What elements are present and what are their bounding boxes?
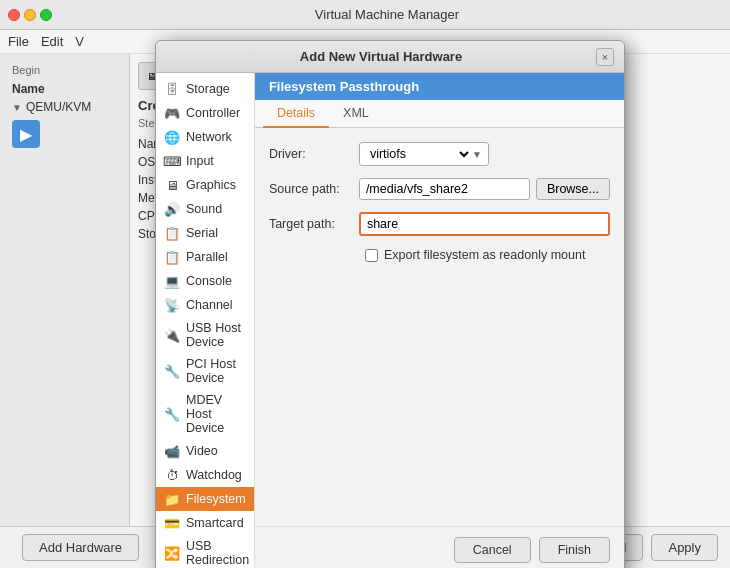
usb-host-icon: 🔌	[164, 327, 180, 343]
driver-row: Driver: virtiofs path handle ▼	[269, 142, 610, 166]
sidebar-item-watchdog-label: Watchdog	[186, 468, 242, 482]
tab-details[interactable]: Details	[263, 100, 329, 128]
tab-xml[interactable]: XML	[329, 100, 383, 128]
sidebar-item-network-label: Network	[186, 130, 232, 144]
close-icon: ×	[602, 51, 608, 63]
hardware-config-panel: Filesystem Passthrough Details XML Drive…	[255, 73, 624, 568]
parallel-icon: 📋	[164, 249, 180, 265]
panel-header: Filesystem Passthrough	[255, 73, 624, 100]
modal-body: 🗄 Storage 🎮 Controller 🌐 Network ⌨ Input…	[156, 73, 624, 568]
storage-icon: 🗄	[164, 81, 180, 97]
sidebar-item-watchdog[interactable]: ⏱ Watchdog	[156, 463, 254, 487]
sidebar-item-network[interactable]: 🌐 Network	[156, 125, 254, 149]
target-path-row: Target path:	[269, 212, 610, 236]
sidebar-item-usb-host[interactable]: 🔌 USB Host Device	[156, 317, 254, 353]
sidebar-item-smartcard[interactable]: 💳 Smartcard	[156, 511, 254, 535]
modal-finish-button[interactable]: Finish	[539, 537, 610, 563]
network-icon: 🌐	[164, 129, 180, 145]
panel-tabs: Details XML	[255, 100, 624, 128]
sidebar-item-filesystem[interactable]: 📁 Filesystem	[156, 487, 254, 511]
input-icon: ⌨	[164, 153, 180, 169]
panel-content: Driver: virtiofs path handle ▼	[255, 128, 624, 526]
sidebar-item-serial[interactable]: 📋 Serial	[156, 221, 254, 245]
sidebar-item-pci-host-label: PCI Host Device	[186, 357, 246, 385]
serial-icon: 📋	[164, 225, 180, 241]
sidebar-item-usb-redir[interactable]: 🔀 USB Redirection	[156, 535, 254, 568]
sidebar-item-console[interactable]: 💻 Console	[156, 269, 254, 293]
readonly-checkbox-row: Export filesystem as readonly mount	[365, 248, 610, 262]
source-path-row: Source path: Browse...	[269, 178, 610, 200]
graphics-icon: 🖥	[164, 177, 180, 193]
hardware-type-list: 🗄 Storage 🎮 Controller 🌐 Network ⌨ Input…	[156, 73, 255, 568]
driver-label: Driver:	[269, 147, 359, 161]
target-path-input[interactable]	[359, 212, 610, 236]
target-path-label: Target path:	[269, 217, 359, 231]
driver-select[interactable]: virtiofs path handle	[366, 146, 472, 162]
sidebar-item-input-label: Input	[186, 154, 214, 168]
channel-icon: 📡	[164, 297, 180, 313]
sidebar-item-parallel-label: Parallel	[186, 250, 228, 264]
sidebar-item-storage[interactable]: 🗄 Storage	[156, 77, 254, 101]
sidebar-item-console-label: Console	[186, 274, 232, 288]
sidebar-item-video-label: Video	[186, 444, 218, 458]
browse-button[interactable]: Browse...	[536, 178, 610, 200]
vm-name: QEMU/KVM	[26, 100, 91, 114]
pci-host-icon: 🔧	[164, 363, 180, 379]
bg-window-title: Virtual Machine Manager	[52, 7, 722, 22]
apply-button[interactable]: Apply	[651, 534, 718, 561]
name-label: Name	[4, 80, 125, 98]
menu-edit[interactable]: Edit	[41, 34, 63, 49]
begin-section: Begin	[4, 60, 125, 80]
chevron-down-icon: ▼	[472, 149, 482, 160]
sidebar-item-sound-label: Sound	[186, 202, 222, 216]
mdev-host-icon: 🔧	[164, 406, 180, 422]
sidebar-item-sound[interactable]: 🔊 Sound	[156, 197, 254, 221]
sidebar-item-filesystem-label: Filesystem	[186, 492, 246, 506]
target-path-control	[359, 212, 610, 236]
sidebar-item-channel[interactable]: 📡 Channel	[156, 293, 254, 317]
source-path-label: Source path:	[269, 182, 359, 196]
add-hardware-button[interactable]: Add Hardware	[22, 534, 139, 561]
add-hardware-dialog: Add New Virtual Hardware × 🗄 Storage 🎮 C…	[155, 40, 625, 568]
bg-titlebar: Virtual Machine Manager	[0, 0, 730, 30]
source-path-input[interactable]	[359, 178, 530, 200]
watchdog-icon: ⏱	[164, 467, 180, 483]
readonly-checkbox[interactable]	[365, 249, 378, 262]
sound-icon: 🔊	[164, 201, 180, 217]
filesystem-icon: 📁	[164, 491, 180, 507]
sidebar-item-parallel[interactable]: 📋 Parallel	[156, 245, 254, 269]
sidebar-item-mdev-host[interactable]: 🔧 MDEV Host Device	[156, 389, 254, 439]
modal-titlebar: Add New Virtual Hardware ×	[156, 41, 624, 73]
source-path-control: Browse...	[359, 178, 610, 200]
menu-file[interactable]: File	[8, 34, 29, 49]
sidebar-item-usb-host-label: USB Host Device	[186, 321, 246, 349]
sidebar-item-pci-host[interactable]: 🔧 PCI Host Device	[156, 353, 254, 389]
sidebar-item-video[interactable]: 📹 Video	[156, 439, 254, 463]
modal-title: Add New Virtual Hardware	[166, 49, 596, 64]
sidebar-item-serial-label: Serial	[186, 226, 218, 240]
console-icon: 💻	[164, 273, 180, 289]
smartcard-icon: 💳	[164, 515, 180, 531]
sidebar-item-graphics-label: Graphics	[186, 178, 236, 192]
modal-cancel-button[interactable]: Cancel	[454, 537, 531, 563]
sidebar-item-usb-redir-label: USB Redirection	[186, 539, 249, 567]
sidebar-item-storage-label: Storage	[186, 82, 230, 96]
sidebar-item-controller[interactable]: 🎮 Controller	[156, 101, 254, 125]
sidebar-item-graphics[interactable]: 🖥 Graphics	[156, 173, 254, 197]
modal-footer: Cancel Finish	[255, 526, 624, 568]
usb-redir-icon: 🔀	[164, 545, 180, 561]
sidebar-item-mdev-host-label: MDEV Host Device	[186, 393, 246, 435]
readonly-label: Export filesystem as readonly mount	[384, 248, 585, 262]
driver-control: virtiofs path handle ▼	[359, 142, 610, 166]
video-icon: 📹	[164, 443, 180, 459]
controller-icon: 🎮	[164, 105, 180, 121]
modal-close-button[interactable]: ×	[596, 48, 614, 66]
sidebar-item-channel-label: Channel	[186, 298, 233, 312]
driver-select-wrapper: virtiofs path handle ▼	[359, 142, 489, 166]
menu-view[interactable]: V	[75, 34, 84, 49]
sidebar-item-controller-label: Controller	[186, 106, 240, 120]
sidebar-item-smartcard-label: Smartcard	[186, 516, 244, 530]
sidebar-item-input[interactable]: ⌨ Input	[156, 149, 254, 173]
